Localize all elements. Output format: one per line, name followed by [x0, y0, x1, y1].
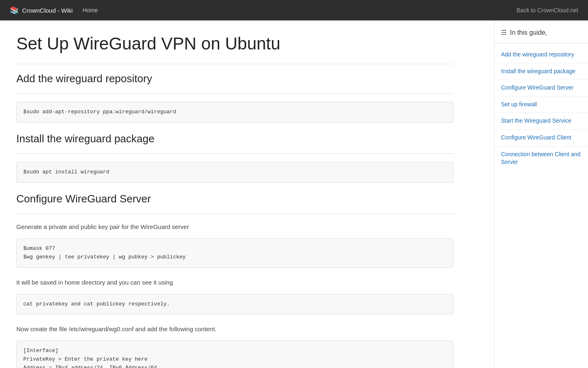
- title-divider: [16, 64, 453, 64]
- code-block-keygen: $umask 077$wg genkey | tee privatekey | …: [16, 238, 453, 268]
- navbar-brand: 📚 CrownCloud - Wiki: [10, 6, 73, 15]
- section-configure-server: Configure WireGuard Server Generate a pr…: [16, 193, 453, 368]
- navbar: 📚 CrownCloud - Wiki Home Back to CrownCl…: [0, 0, 588, 20]
- book-icon: 📚: [10, 6, 19, 15]
- sidebar: ☰ In this guide, Add the wireguard repos…: [494, 20, 588, 368]
- list-icon: ☰: [501, 29, 507, 36]
- navbar-left: 📚 CrownCloud - Wiki Home: [10, 6, 98, 15]
- main-content: Set Up WireGuard VPN on Ubuntu Add the w…: [0, 20, 470, 368]
- section-install-pkg: Install the wireguard package $sudo apt …: [16, 132, 453, 183]
- brand-label: CrownCloud - Wiki: [22, 7, 73, 14]
- page-layout: Set Up WireGuard VPN on Ubuntu Add the w…: [0, 20, 588, 368]
- page-title: Set Up WireGuard VPN on Ubuntu: [16, 34, 453, 54]
- section-divider-3: [16, 213, 453, 214]
- back-link[interactable]: Back to CrownCloud.net: [517, 7, 578, 13]
- section-add-repo: Add the wireguard repository $sudo add-a…: [16, 72, 453, 123]
- prose-create-file: Now create the file /etc/wireguard/wg0.c…: [16, 324, 453, 334]
- prose-saved: It will be saved in home directory and y…: [16, 278, 453, 287]
- home-link[interactable]: Home: [82, 7, 98, 13]
- prose-keygen: Generate a private and public key pair f…: [16, 222, 453, 232]
- sidebar-title-text: In this guide,: [510, 29, 547, 36]
- code-block-wg0conf: [Interface] PrivateKey = Enter the priva…: [16, 341, 453, 368]
- sidebar-item-configure-client[interactable]: Configure WireGuard Client: [494, 130, 588, 146]
- code-block-cat: cat privatekey and cat publickey respect…: [16, 294, 453, 315]
- section-heading-configure-server: Configure WireGuard Server: [16, 193, 453, 205]
- section-divider-1: [16, 93, 453, 94]
- sidebar-item-install-pkg[interactable]: Install the wireguard package: [494, 63, 588, 80]
- sidebar-item-set-up-firewall[interactable]: Set up firewall: [494, 96, 588, 113]
- sidebar-item-add-repo[interactable]: Add the wireguard repository: [494, 47, 588, 63]
- section-heading-install-pkg: Install the wireguard package: [16, 132, 453, 145]
- sidebar-title: ☰ In this guide,: [494, 29, 588, 43]
- sidebar-item-connection[interactable]: Connection between Client and Server: [494, 146, 588, 171]
- code-block-add-repo: $sudo add-apt-repository ppa:wireguard/w…: [16, 102, 453, 123]
- section-divider-2: [16, 153, 453, 154]
- sidebar-item-start-service[interactable]: Start the Wireguard Service: [494, 113, 588, 130]
- section-heading-add-repo: Add the wireguard repository: [16, 72, 453, 85]
- sidebar-item-configure-server[interactable]: Configure WireGuard Server: [494, 80, 588, 96]
- code-block-install-pkg: $sudo apt install wireguard: [16, 162, 453, 183]
